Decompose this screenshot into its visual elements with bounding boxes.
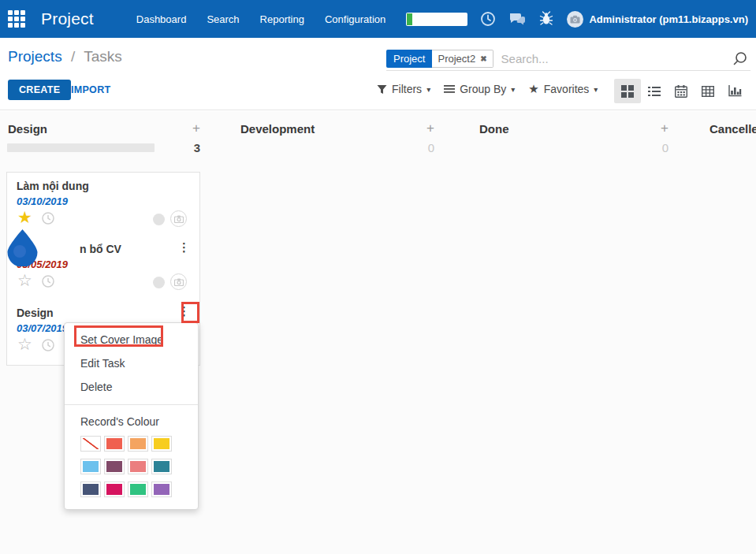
top-navbar: Project Dashboard Search Reporting Confi… [0, 0, 756, 38]
menu-item-set-cover-image[interactable]: Set Cover Image [65, 328, 198, 351]
kebab-menu-icon[interactable]: ⋮ [175, 304, 193, 318]
import-button[interactable]: IMPORT [71, 84, 110, 95]
kanban-card-bo-cv[interactable]: n bổ CV 03/05/2019 ⋮ ☆ [6, 236, 200, 300]
favorites-label: Favorites [544, 83, 590, 95]
nav-item-configuration[interactable]: Configuration [325, 13, 385, 25]
colour-swatch[interactable] [80, 481, 101, 497]
filters-label: Filters [392, 83, 422, 95]
navbar-right-cluster: Administrator (pm11.bizapps.vn) [406, 10, 756, 28]
camera-icon [170, 273, 187, 290]
nav-item-reporting[interactable]: Reporting [260, 13, 304, 25]
star-icon[interactable]: ★ [17, 209, 32, 226]
activity-clock-icon[interactable] [42, 212, 54, 228]
group-by-icon [444, 84, 455, 94]
kanban-card-lam-noi-dung[interactable]: Làm nội dung 03/10/2019 ★ [6, 172, 200, 236]
star-icon[interactable]: ☆ [17, 336, 32, 353]
nav-item-search[interactable]: Search [207, 13, 239, 25]
messages-icon[interactable] [508, 10, 526, 28]
kanban-view-icon [621, 85, 634, 98]
bug-icon[interactable] [538, 10, 555, 28]
chevron-down-icon: ▾ [511, 85, 515, 94]
app-title[interactable]: Project [41, 9, 94, 28]
filters-dropdown[interactable]: Filters ▾ [377, 83, 430, 95]
card-title: n bổ CV [80, 243, 121, 255]
search-facet-value: Project2 [438, 53, 475, 65]
breadcrumb-separator: / [71, 48, 75, 65]
colour-swatch[interactable] [128, 459, 148, 474]
record-colour-grid [65, 436, 198, 497]
favorites-star-icon: ★ [528, 82, 538, 96]
colour-swatch[interactable] [128, 436, 148, 452]
column-title-cancelled: Cancelle [709, 122, 756, 136]
nav-menu-bar: Dashboard Search Reporting Configuration [136, 13, 386, 25]
card-context-menu: Set Cover Image Edit Task Delete Record'… [64, 322, 199, 510]
menu-divider [65, 404, 198, 405]
user-avatar [567, 11, 583, 28]
colour-swatch[interactable] [80, 436, 101, 452]
view-kanban-button[interactable] [614, 79, 641, 103]
apps-grid-icon[interactable] [8, 10, 25, 28]
column-count: 0 [656, 141, 668, 154]
card-title: Design [17, 307, 54, 319]
column-title-done: Done [479, 122, 509, 136]
activity-clock-icon[interactable] [42, 339, 54, 355]
star-icon[interactable]: ☆ [17, 272, 32, 289]
list-view-icon [648, 86, 661, 97]
add-column-record-button[interactable]: + [422, 121, 434, 136]
user-menu[interactable]: Administrator (pm11.bizapps.vn) [567, 11, 748, 28]
chevron-down-icon: ▾ [426, 85, 430, 94]
menu-item-edit-task[interactable]: Edit Task [65, 351, 198, 375]
view-switcher [614, 79, 748, 103]
filter-controls: Filters ▾ Group By ▾ ★ Favorites ▾ [377, 82, 598, 96]
view-calendar-button[interactable] [668, 79, 695, 103]
card-deadline: 03/07/2019 [17, 322, 68, 334]
user-name-label: Administrator (pm11.bizapps.vn) [589, 13, 748, 25]
chevron-down-icon: ▾ [594, 85, 598, 94]
calendar-view-icon [675, 85, 687, 98]
menu-item-delete[interactable]: Delete [65, 375, 198, 399]
clock-icon[interactable] [479, 10, 497, 28]
view-pivot-button[interactable] [695, 79, 721, 103]
project-kanban-page: Project Dashboard Search Reporting Confi… [0, 0, 756, 554]
card-deadline: 03/10/2019 [17, 195, 68, 207]
card-title: Làm nội dung [17, 180, 89, 192]
nav-item-dashboard[interactable]: Dashboard [136, 13, 187, 25]
activity-clock-icon[interactable] [42, 275, 54, 291]
breadcrumb: Projects / Tasks [8, 48, 122, 65]
pivot-view-icon [702, 86, 714, 97]
search-facet-category: Project [386, 50, 432, 68]
colour-swatch[interactable] [80, 459, 101, 474]
colour-swatch[interactable] [151, 436, 172, 452]
column-title-design: Design [8, 122, 47, 136]
facet-remove-icon[interactable]: ✖ [480, 54, 486, 63]
create-button[interactable]: CREATE [8, 80, 71, 100]
colour-swatch[interactable] [104, 481, 125, 497]
breadcrumb-current: Tasks [84, 48, 122, 65]
assignee-avatar [153, 214, 165, 225]
view-list-button[interactable] [641, 79, 668, 103]
favorites-dropdown[interactable]: ★ Favorites ▾ [528, 82, 598, 96]
breadcrumb-projects-link[interactable]: Projects [8, 48, 62, 65]
colour-swatch[interactable] [151, 481, 172, 497]
colour-swatch[interactable] [128, 481, 148, 497]
graph-view-icon [728, 85, 742, 97]
search-icon[interactable] [732, 51, 747, 66]
card-deadline: 03/05/2019 [17, 258, 68, 270]
colour-swatch[interactable] [104, 459, 125, 474]
kebab-menu-icon[interactable]: ⋮ [175, 240, 193, 255]
view-graph-button[interactable] [721, 79, 748, 103]
column-progressbar [7, 143, 155, 152]
group-by-label: Group By [460, 83, 506, 95]
column-title-development: Development [240, 122, 315, 136]
timer-progress-widget[interactable] [406, 13, 467, 26]
search-facet: Project Project2 ✖ [386, 50, 493, 68]
search-bar: Project Project2 ✖ [386, 47, 750, 71]
group-by-dropdown[interactable]: Group By ▾ [444, 83, 515, 95]
colour-swatch[interactable] [151, 459, 172, 474]
add-column-record-button[interactable]: + [188, 121, 200, 136]
search-input[interactable] [501, 52, 732, 65]
record-colour-label: Record's Colour [65, 410, 198, 436]
add-column-record-button[interactable]: + [656, 121, 668, 136]
control-panel: Projects / Tasks CREATE IMPORT Project P… [0, 38, 756, 110]
colour-swatch[interactable] [104, 436, 125, 452]
